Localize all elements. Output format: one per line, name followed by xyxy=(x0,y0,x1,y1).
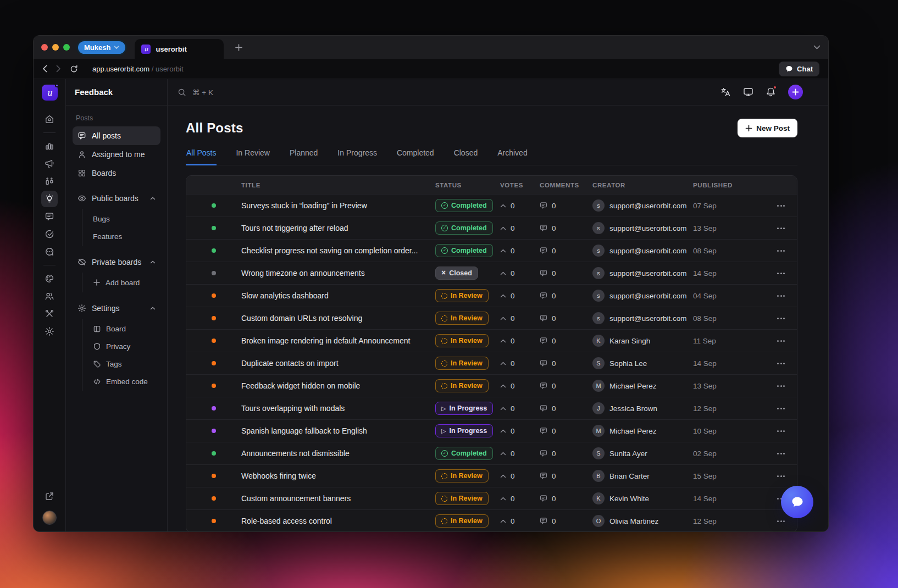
row-menu-button[interactable] xyxy=(776,248,786,254)
app-logo[interactable]: u xyxy=(42,85,58,101)
rail-item-comments[interactable] xyxy=(41,208,58,225)
sidebar-item-all-posts[interactable]: All posts xyxy=(73,126,160,145)
votes-cell[interactable]: 0 xyxy=(500,450,540,458)
row-menu-button[interactable] xyxy=(776,270,786,276)
table-row[interactable]: Spanish language fallback to English In … xyxy=(186,419,797,442)
table-row[interactable]: Webhooks firing twice In Review 0 0 B Br… xyxy=(186,464,797,487)
table-row[interactable]: Checklist progress not saving on complet… xyxy=(186,239,797,262)
table-row[interactable]: Wrong timezone on announcements Closed 0… xyxy=(186,262,797,284)
sidebar-item-add-board[interactable]: Add board xyxy=(82,274,160,291)
table-row[interactable]: Announcements not dismissible Completed … xyxy=(186,442,797,464)
votes-cell[interactable]: 0 xyxy=(500,404,540,413)
sidebar-item-board[interactable]: Board xyxy=(82,320,160,337)
row-menu-button[interactable] xyxy=(776,451,786,457)
table-row[interactable]: Role-based access control In Review 0 0 … xyxy=(186,509,797,532)
votes-cell[interactable]: 0 xyxy=(500,359,540,368)
votes-cell[interactable]: 0 xyxy=(500,382,540,390)
table-row[interactable]: Custom domain URLs not resolving In Revi… xyxy=(186,307,797,329)
rail-item-roadmap[interactable] xyxy=(41,173,58,190)
row-menu-button[interactable] xyxy=(776,338,786,344)
rail-item-customize[interactable] xyxy=(41,306,58,322)
row-menu-button[interactable] xyxy=(776,360,786,367)
zoom-window-button[interactable] xyxy=(63,44,70,51)
table-row[interactable]: Custom announcement banners In Review 0 … xyxy=(186,487,797,509)
table-row[interactable]: Broken image rendering in default Announ… xyxy=(186,329,797,352)
browser-chat-button[interactable]: Chat xyxy=(779,62,819,76)
votes-cell[interactable]: 0 xyxy=(500,337,540,345)
sidebar-item-private-boards[interactable]: Private boards xyxy=(73,253,160,271)
row-menu-button[interactable] xyxy=(776,428,786,434)
rail-item-chat[interactable] xyxy=(41,243,58,260)
sidebar-item-settings[interactable]: Settings xyxy=(73,299,160,318)
rail-item-settings[interactable] xyxy=(41,323,58,340)
close-window-button[interactable] xyxy=(41,44,48,51)
sidebar-item-tags[interactable]: Tags xyxy=(82,355,160,373)
rail-item-feedback[interactable] xyxy=(41,191,58,207)
rail-item-announcements[interactable] xyxy=(41,156,58,172)
messenger-launcher[interactable] xyxy=(781,486,813,518)
votes-cell[interactable]: 0 xyxy=(500,224,540,232)
votes-cell[interactable]: 0 xyxy=(500,202,540,210)
votes-cell[interactable]: 0 xyxy=(500,427,540,435)
row-menu-button[interactable] xyxy=(776,293,786,299)
row-menu-button[interactable] xyxy=(776,225,786,231)
rail-item-home[interactable] xyxy=(41,111,58,127)
row-menu-button[interactable] xyxy=(776,203,786,209)
reload-button[interactable] xyxy=(70,65,78,73)
rail-item-tasks[interactable] xyxy=(41,226,58,242)
row-dot xyxy=(212,361,216,365)
browser-profile-button[interactable]: Mukesh xyxy=(76,40,127,56)
status-label: In Progress xyxy=(449,427,487,435)
url-text[interactable]: app.userorbit.com / userorbit xyxy=(92,65,184,73)
table-row[interactable]: Surveys stuck in “loading” in Preview Co… xyxy=(186,194,797,217)
votes-cell[interactable]: 0 xyxy=(500,314,540,323)
votes-cell[interactable]: 0 xyxy=(500,472,540,480)
rail-item-analytics[interactable] xyxy=(41,138,58,154)
sidebar-item-privacy[interactable]: Privacy xyxy=(82,337,160,355)
table-row[interactable]: Feedback widget hidden on mobile In Revi… xyxy=(186,374,797,397)
tab-archived[interactable]: Archived xyxy=(497,148,528,165)
sidebar-item-features[interactable]: Features xyxy=(82,228,160,245)
sidebar-item-bugs[interactable]: Bugs xyxy=(82,210,160,228)
row-menu-button[interactable] xyxy=(776,406,786,412)
sidebar-item-boards[interactable]: Boards xyxy=(73,164,160,182)
votes-cell[interactable]: 0 xyxy=(500,247,540,255)
browser-tab-userorbit[interactable]: u userorbit xyxy=(135,39,224,59)
table-row[interactable]: Duplicate contacts on import In Review 0… xyxy=(186,352,797,374)
tab-completed[interactable]: Completed xyxy=(396,148,435,165)
notifications-button[interactable] xyxy=(766,87,776,97)
table-row[interactable]: Tours overlapping with modals In Progres… xyxy=(186,397,797,419)
create-button[interactable] xyxy=(788,85,803,99)
votes-cell[interactable]: 0 xyxy=(500,292,540,300)
display-button[interactable] xyxy=(743,87,753,97)
row-menu-button[interactable] xyxy=(776,473,786,479)
votes-cell[interactable]: 0 xyxy=(500,495,540,503)
tab-in-review[interactable]: In Review xyxy=(235,148,270,165)
tab-closed[interactable]: Closed xyxy=(453,148,479,165)
user-avatar[interactable] xyxy=(42,511,57,525)
row-menu-button[interactable] xyxy=(776,315,786,321)
table-row[interactable]: Slow analytics dashboard In Review 0 0 s… xyxy=(186,284,797,307)
rail-item-open-site[interactable] xyxy=(41,488,58,504)
rail-item-theme[interactable] xyxy=(41,270,58,287)
rail-item-users[interactable] xyxy=(41,288,58,304)
tab-overflow-button[interactable] xyxy=(813,45,821,49)
table-row[interactable]: Tours not triggering after reload Comple… xyxy=(186,217,797,239)
votes-cell[interactable]: 0 xyxy=(500,517,540,525)
row-menu-button[interactable] xyxy=(776,383,786,389)
translate-button[interactable] xyxy=(720,87,731,97)
forward-button[interactable] xyxy=(56,65,61,73)
new-post-button[interactable]: New Post xyxy=(738,119,797,137)
row-menu-button[interactable] xyxy=(776,518,786,524)
search-bar[interactable]: ⌘ + K xyxy=(178,88,720,97)
votes-cell[interactable]: 0 xyxy=(500,269,540,278)
tab-in-progress[interactable]: In Progress xyxy=(337,148,378,165)
sidebar-item-assigned-to-me[interactable]: Assigned to me xyxy=(73,145,160,164)
new-tab-button[interactable] xyxy=(235,43,243,52)
tab-planned[interactable]: Planned xyxy=(289,148,318,165)
back-button[interactable] xyxy=(42,65,47,73)
sidebar-item-public-boards[interactable]: Public boards xyxy=(73,189,160,208)
sidebar-item-embed-code[interactable]: Embed code xyxy=(82,373,160,390)
tab-all-posts[interactable]: All Posts xyxy=(186,148,217,165)
minimize-window-button[interactable] xyxy=(52,44,59,51)
